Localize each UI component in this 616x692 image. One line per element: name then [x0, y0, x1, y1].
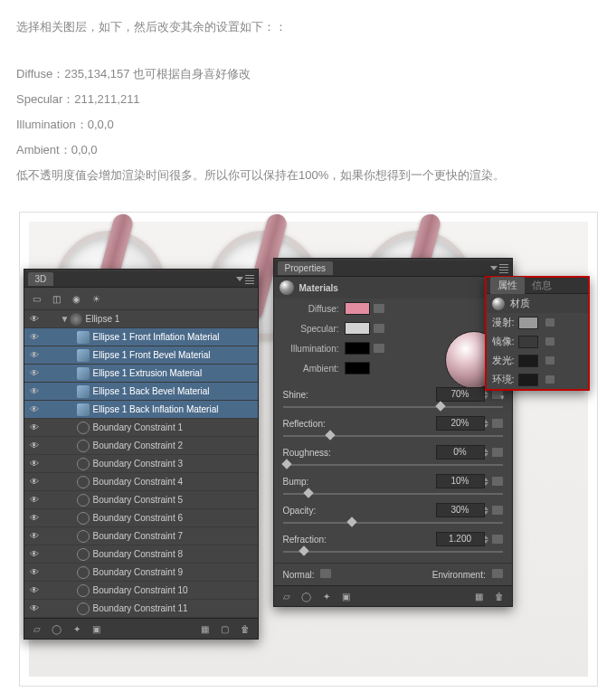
- visibility-icon[interactable]: 👁: [24, 585, 44, 595]
- layer-name[interactable]: Boundary Constraint 8: [93, 549, 258, 559]
- visibility-icon[interactable]: 👁: [24, 459, 44, 469]
- layer-name[interactable]: Boundary Constraint 2: [93, 441, 258, 450]
- slider-thumb[interactable]: [299, 545, 308, 555]
- layer-boundary[interactable]: 👁Boundary Constraint 5: [24, 491, 258, 509]
- layer-name[interactable]: Ellipse 1: [86, 314, 258, 324]
- slider-value[interactable]: 30%: [436, 503, 485, 517]
- texture-folder-icon[interactable]: [492, 535, 503, 544]
- layer-material[interactable]: 👁Ellipse 1 Front Bevel Material: [24, 346, 258, 365]
- visibility-icon[interactable]: 👁: [24, 368, 44, 378]
- illumination-swatch[interactable]: [345, 342, 370, 355]
- tab-attributes-cn[interactable]: 属性: [490, 277, 525, 294]
- propcn-swatch[interactable]: [518, 336, 538, 348]
- diffuse-texture-icon[interactable]: [374, 304, 384, 313]
- slider-track[interactable]: [283, 435, 503, 437]
- picture-icon[interactable]: ▱: [280, 590, 294, 602]
- diffuse-swatch[interactable]: [345, 302, 370, 315]
- 3d-layer-list[interactable]: 👁 ▼ Ellipse 1 👁Ellipse 1 Front Inflation…: [24, 310, 258, 618]
- sphere-tool-icon[interactable]: ◯: [299, 590, 314, 602]
- tab-3d[interactable]: 3D: [28, 272, 54, 286]
- texture-folder-icon[interactable]: [492, 477, 503, 486]
- slider-value[interactable]: 70%: [436, 387, 485, 402]
- propcn-folder-icon[interactable]: [545, 318, 554, 327]
- propcn-swatch[interactable]: [518, 374, 538, 386]
- layer-boundary[interactable]: 👁Boundary Constraint 11: [24, 600, 258, 618]
- layer-name[interactable]: Boundary Constraint 1: [93, 422, 258, 432]
- layer-boundary[interactable]: 👁Boundary Constraint 9: [24, 564, 258, 582]
- slider-track[interactable]: [283, 406, 503, 408]
- layer-name[interactable]: Boundary Constraint 6: [93, 513, 258, 523]
- layer-name[interactable]: Ellipse 1 Back Bevel Material: [93, 386, 258, 396]
- layer-boundary[interactable]: 👁Boundary Constraint 1: [24, 419, 258, 437]
- visibility-icon[interactable]: 👁: [24, 567, 44, 577]
- menu-icon[interactable]: [245, 275, 254, 284]
- layer-name[interactable]: Boundary Constraint 5: [93, 495, 258, 505]
- slider-thumb[interactable]: [281, 459, 291, 469]
- layer-name[interactable]: Boundary Constraint 7: [93, 531, 258, 541]
- visibility-icon[interactable]: 👁: [24, 441, 44, 450]
- material-preset-dropdown-icon[interactable]: ▾: [500, 393, 505, 402]
- camera-tool-icon[interactable]: ▣: [90, 622, 104, 635]
- layer-boundary[interactable]: 👁Boundary Constraint 8: [24, 545, 258, 564]
- visibility-icon[interactable]: 👁: [24, 549, 44, 559]
- layer-boundary[interactable]: 👁Boundary Constraint 10: [24, 582, 258, 600]
- visibility-icon[interactable]: 👁: [24, 404, 44, 414]
- layer-name[interactable]: Ellipse 1 Front Inflation Material: [93, 332, 258, 342]
- layer-boundary[interactable]: 👁Boundary Constraint 4: [24, 473, 258, 491]
- visibility-icon[interactable]: 👁: [24, 386, 44, 396]
- slider-track[interactable]: [283, 464, 503, 466]
- slider-thumb[interactable]: [325, 430, 335, 440]
- trash-icon[interactable]: 🗑: [492, 590, 507, 602]
- layer-boundary[interactable]: 👁Boundary Constraint 3: [24, 455, 258, 473]
- slider-thumb[interactable]: [347, 517, 357, 526]
- propcn-folder-icon[interactable]: [545, 337, 554, 346]
- tab-properties[interactable]: Properties: [278, 261, 334, 275]
- illumination-texture-icon[interactable]: [374, 344, 384, 353]
- visibility-icon[interactable]: 👁: [24, 332, 44, 342]
- layer-boundary[interactable]: 👁Boundary Constraint 7: [24, 527, 258, 545]
- texture-folder-icon[interactable]: [492, 506, 503, 515]
- picture-icon[interactable]: ▱: [30, 622, 44, 635]
- slider-thumb[interactable]: [303, 488, 313, 498]
- new-icon[interactable]: ▢: [218, 622, 232, 635]
- specular-texture-icon[interactable]: [374, 324, 384, 333]
- render-icon[interactable]: ▦: [472, 590, 487, 602]
- layer-boundary[interactable]: 👁Boundary Constraint 6: [24, 509, 258, 527]
- camera-tool-icon[interactable]: ▣: [339, 590, 354, 602]
- visibility-icon[interactable]: 👁: [24, 477, 44, 487]
- layer-name[interactable]: Boundary Constraint 4: [93, 477, 258, 487]
- slider-value[interactable]: 10%: [436, 474, 485, 488]
- menu-icon[interactable]: [499, 264, 508, 273]
- propcn-swatch[interactable]: [518, 355, 538, 367]
- propcn-folder-icon[interactable]: [545, 375, 554, 384]
- layer-name[interactable]: Boundary Constraint 9: [93, 567, 258, 577]
- layer-name[interactable]: Boundary Constraint 3: [93, 459, 258, 469]
- layer-name[interactable]: Ellipse 1 Extrusion Material: [93, 368, 258, 378]
- tab-info-cn[interactable]: 信息: [525, 277, 559, 294]
- render-icon[interactable]: ▦: [198, 622, 213, 635]
- visibility-icon[interactable]: 👁: [24, 422, 44, 432]
- filter-material-icon[interactable]: ◉: [70, 291, 84, 306]
- visibility-icon[interactable]: 👁: [24, 350, 44, 360]
- slider-track[interactable]: [283, 522, 503, 524]
- layer-root[interactable]: 👁 ▼ Ellipse 1: [24, 310, 258, 328]
- filter-mesh-icon[interactable]: ◫: [50, 291, 64, 306]
- ambient-swatch[interactable]: [345, 362, 370, 374]
- flyout-icon[interactable]: [490, 266, 498, 270]
- slider-thumb[interactable]: [435, 401, 445, 411]
- slider-value[interactable]: 0%: [436, 445, 485, 460]
- layer-name[interactable]: Ellipse 1 Front Bevel Material: [93, 350, 258, 360]
- filter-scene-icon[interactable]: ▭: [30, 291, 44, 306]
- visibility-icon[interactable]: 👁: [24, 603, 44, 613]
- visibility-icon[interactable]: 👁: [24, 314, 44, 324]
- visibility-icon[interactable]: 👁: [24, 495, 44, 505]
- slider-track[interactable]: [283, 493, 503, 495]
- layer-name[interactable]: Boundary Constraint 10: [93, 585, 258, 595]
- light-tool-icon[interactable]: ✦: [70, 622, 84, 635]
- normal-texture-icon[interactable]: [320, 569, 331, 578]
- texture-folder-icon[interactable]: [492, 448, 503, 457]
- visibility-icon[interactable]: 👁: [24, 513, 44, 523]
- sphere-tool-icon[interactable]: ◯: [50, 622, 64, 635]
- layer-material[interactable]: 👁Ellipse 1 Back Inflation Material: [24, 401, 258, 419]
- specular-swatch[interactable]: [345, 322, 370, 335]
